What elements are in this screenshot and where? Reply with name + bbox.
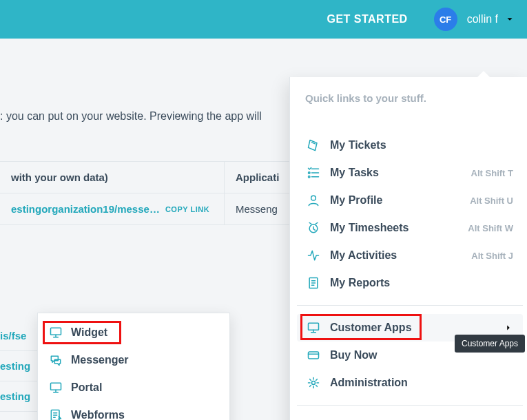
widget-menu-item-portal[interactable]: Portal xyxy=(38,374,229,401)
ticket-icon xyxy=(307,138,320,152)
gear-icon xyxy=(307,376,320,390)
quick-link-my-profile[interactable]: My ProfileAlt Shift U xyxy=(297,187,523,214)
quick-link-my-timesheets[interactable]: My TimesheetsAlt Shift W xyxy=(297,214,523,242)
quick-link-label: My Timesheets xyxy=(330,222,458,234)
quick-link-change-language-en-[interactable]: Change Language (en) xyxy=(297,414,523,420)
shortcut-label: Alt Shift W xyxy=(468,223,513,233)
chevron-down-icon xyxy=(505,14,515,24)
quick-link-my-reports[interactable]: My Reports xyxy=(297,269,523,297)
widget-menu-item-widget[interactable]: Widget xyxy=(38,319,229,346)
shortcut-label: Alt Shift J xyxy=(471,251,513,261)
widget-type-menu: WidgetMessengerPortalWebformsKnowledgeba… xyxy=(37,313,230,420)
quick-links-list: My TicketsMy TasksAlt Shift TMy ProfileA… xyxy=(290,132,527,420)
profile-icon xyxy=(307,193,320,207)
tooltip: Customer Apps xyxy=(455,335,525,353)
avatar[interactable]: CF xyxy=(434,8,457,31)
stub-link[interactable]: is/fse xyxy=(0,330,26,342)
separator xyxy=(297,305,523,306)
shortcut-label: Alt Shift U xyxy=(470,196,513,206)
monitor-icon xyxy=(307,321,320,335)
quick-link-administration[interactable]: Administration xyxy=(297,369,523,397)
webforms-icon xyxy=(49,408,63,420)
messenger-icon xyxy=(49,353,63,367)
card-icon xyxy=(307,348,320,362)
dropdown-caret xyxy=(477,71,490,77)
quick-link-my-activities[interactable]: My ActivitiesAlt Shift J xyxy=(297,242,523,269)
quick-link-label: My Profile xyxy=(330,194,460,207)
activity-icon xyxy=(307,249,320,262)
col-header-url: with your own data) xyxy=(0,162,225,193)
get-started-button[interactable]: GET STARTED xyxy=(306,0,428,39)
shortcut-label: Alt Shift T xyxy=(471,168,513,178)
stub-link[interactable]: esting xyxy=(0,360,30,372)
quick-links-heading: Quick links to your stuff. xyxy=(290,77,527,132)
monitor-icon xyxy=(49,381,63,395)
separator xyxy=(297,405,523,406)
quick-link-label: Customer Apps xyxy=(330,322,494,334)
top-bar: GET STARTED CF collin f xyxy=(0,0,527,39)
quick-link-my-tasks[interactable]: My TasksAlt Shift T xyxy=(297,159,523,187)
widget-menu-item-webforms[interactable]: Webforms xyxy=(38,401,229,420)
menu-item-label: Portal xyxy=(71,381,102,394)
quick-link-label: My Tickets xyxy=(330,139,513,151)
menu-item-label: Widget xyxy=(71,326,107,339)
report-icon xyxy=(307,276,320,290)
monitor-icon xyxy=(49,326,63,339)
quick-link-label: My Reports xyxy=(330,277,513,289)
quick-link-label: My Activities xyxy=(330,249,462,262)
chevron-right-icon xyxy=(504,323,513,333)
stub-link[interactable]: esting xyxy=(0,390,30,402)
tasks-icon xyxy=(307,166,320,180)
quick-link-label: Administration xyxy=(330,377,513,389)
quick-link-my-tickets[interactable]: My Tickets xyxy=(297,132,523,159)
username-label: collin f xyxy=(467,13,498,25)
app-url-link[interactable]: estingorganization19/messe… xyxy=(11,203,160,215)
clock-icon xyxy=(307,221,320,235)
page-content: : you can put on your website. Previewin… xyxy=(0,39,527,225)
table-cell-url: estingorganization19/messe… COPY LINK xyxy=(0,193,225,225)
user-menu-button[interactable]: collin f xyxy=(463,0,527,39)
menu-item-label: Webforms xyxy=(71,409,125,420)
widget-menu-item-messenger[interactable]: Messenger xyxy=(38,346,229,374)
table-left-stubs: is/fse esting esting is/fse xyxy=(0,321,41,420)
copy-link-button[interactable]: COPY LINK xyxy=(165,205,209,213)
menu-item-label: Messenger xyxy=(71,354,129,366)
quick-link-label: My Tasks xyxy=(330,167,462,179)
quick-links-dropdown: Quick links to your stuff. My TicketsMy … xyxy=(289,77,527,420)
